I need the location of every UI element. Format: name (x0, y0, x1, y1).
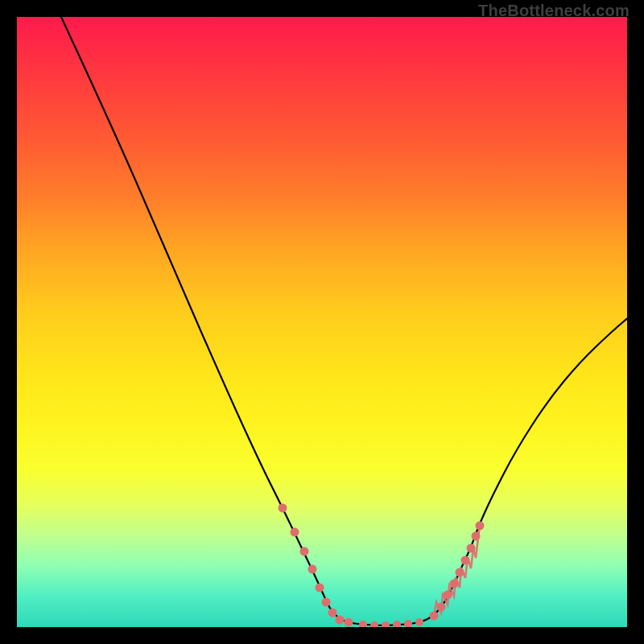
marker-dot (415, 618, 423, 626)
marker-dot (393, 621, 401, 627)
marker-dot (279, 504, 287, 513)
marker-dot (336, 616, 345, 625)
marker-dot (300, 547, 309, 556)
marker-dot (316, 584, 324, 592)
marker-dot (291, 528, 299, 537)
marker-dot (308, 565, 317, 574)
marker-dot (404, 620, 412, 627)
curve-path (61, 17, 627, 625)
chart-frame (13, 13, 631, 631)
marker-dot (359, 621, 367, 627)
marker-dot (322, 598, 331, 607)
marker-dot (345, 618, 353, 627)
bottleneck-curve (17, 17, 627, 627)
watermark-text: TheBottleneck.com (478, 2, 630, 20)
marker-dot (328, 609, 337, 617)
marker-dot (370, 621, 378, 627)
marker-dot (382, 621, 390, 627)
plot-area (17, 17, 627, 627)
